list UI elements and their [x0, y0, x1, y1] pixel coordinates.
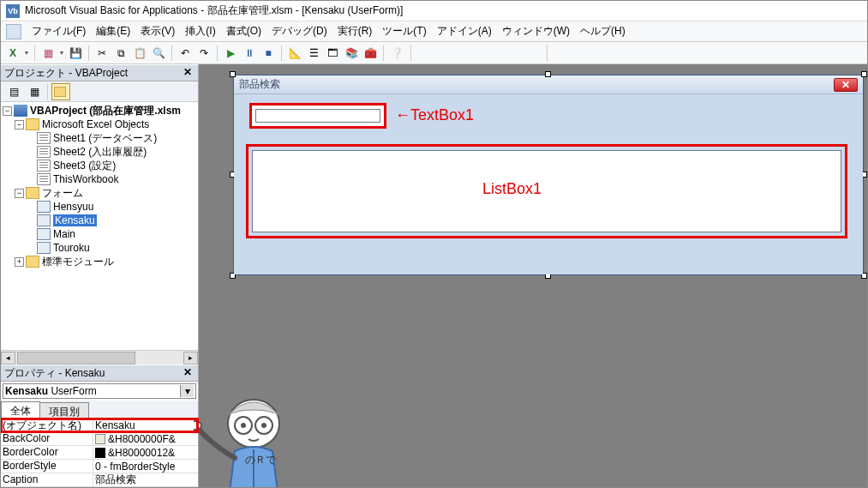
- listbox1[interactable]: [252, 150, 841, 232]
- property-row-bordercolor[interactable]: BorderColor &H80000012&: [1, 446, 198, 460]
- view-object-button[interactable]: ▦: [25, 83, 44, 100]
- properties-grid[interactable]: (オブジェクト名) Kensaku BackColor &H8000000F& …: [1, 418, 198, 487]
- property-row-caption[interactable]: Caption 部品検索: [1, 473, 198, 487]
- expand-toggle-icon[interactable]: −: [15, 120, 24, 130]
- combo-object-type: UserForm: [51, 385, 96, 397]
- resize-handle-icon[interactable]: [861, 71, 867, 77]
- toolbar-spacer: [410, 45, 548, 62]
- redo-button[interactable]: ↷: [195, 45, 213, 62]
- userform-kensaku[interactable]: 部品検索 ✕ ←TextBox1 ListBox1: [233, 75, 864, 275]
- userform-icon: [37, 228, 51, 240]
- paste-button[interactable]: 📋: [131, 45, 148, 62]
- property-borderstyle-value[interactable]: 0 - fmBorderStyle: [93, 460, 198, 473]
- toolbar-separator: [88, 45, 89, 61]
- design-mode-button[interactable]: 📐: [286, 45, 303, 62]
- menu-insert[interactable]: 挿入(I): [180, 22, 220, 40]
- tree-project-root[interactable]: VBAProject (部品在庫管理.xlsm: [30, 104, 181, 118]
- tree-form-kensaku[interactable]: Kensaku: [53, 214, 97, 226]
- break-button[interactable]: ⏸: [241, 45, 258, 62]
- listbox1-highlight: [246, 144, 847, 238]
- tree-excel-objects[interactable]: Microsoft Excel Objects: [42, 118, 149, 130]
- help-button[interactable]: ❔: [388, 45, 405, 62]
- userform-close-icon[interactable]: ✕: [834, 78, 858, 92]
- object-browser-button[interactable]: 📚: [343, 45, 360, 62]
- project-tree[interactable]: −VBAProject (部品在庫管理.xlsm −Microsoft Exce…: [1, 102, 198, 350]
- reset-button[interactable]: ■: [260, 45, 277, 62]
- view-code-button[interactable]: ▤: [4, 83, 23, 100]
- property-backcolor-value[interactable]: &H8000000F&: [108, 433, 176, 445]
- property-name-label: (オブジェクト名): [1, 419, 93, 431]
- properties-tab-all[interactable]: 全体: [1, 401, 40, 419]
- menu-run[interactable]: 実行(R): [332, 22, 378, 40]
- tree-form-main[interactable]: Main: [53, 228, 75, 240]
- property-row-backcolor[interactable]: BackColor &H8000000F&: [1, 432, 198, 446]
- copy-button[interactable]: ⧉: [112, 45, 129, 62]
- menu-window[interactable]: ウィンドウ(W): [497, 22, 575, 40]
- menu-bar: ファイル(F) 編集(E) 表示(V) 挿入(I) 書式(O) デバッグ(D) …: [1, 21, 867, 42]
- menu-format[interactable]: 書式(O): [221, 22, 266, 40]
- menu-edit[interactable]: 編集(E): [91, 22, 135, 40]
- form-designer[interactable]: 部品検索 ✕ ←TextBox1 ListBox1: [233, 75, 864, 275]
- tree-thisworkbook[interactable]: ThisWorkbook: [53, 173, 118, 185]
- run-button[interactable]: ▶: [222, 45, 239, 62]
- scroll-left-icon[interactable]: ◂: [1, 352, 15, 364]
- combo-dropdown-icon[interactable]: ▾: [180, 385, 194, 397]
- insert-button[interactable]: ▦: [39, 45, 57, 62]
- menu-addins[interactable]: アドイン(A): [432, 22, 497, 40]
- menu-view[interactable]: 表示(V): [135, 22, 180, 40]
- property-row-name[interactable]: (オブジェクト名) Kensaku: [1, 419, 198, 432]
- folder-icon: [26, 118, 39, 130]
- menu-debug[interactable]: デバッグ(D): [266, 22, 332, 40]
- find-button[interactable]: 🔍: [150, 45, 167, 62]
- tree-modules-folder[interactable]: 標準モジュール: [42, 255, 114, 269]
- tree-sheet3[interactable]: Sheet3 (設定): [53, 159, 116, 173]
- expand-toggle-icon[interactable]: −: [3, 106, 12, 116]
- properties-window-button[interactable]: 🗔: [324, 45, 341, 62]
- view-excel-dropdown[interactable]: ▾: [23, 49, 30, 57]
- save-button[interactable]: 💾: [67, 45, 84, 62]
- mdi-system-icon[interactable]: [6, 24, 21, 39]
- tree-sheet1[interactable]: Sheet1 (データベース): [53, 131, 157, 146]
- tree-form-hensyuu[interactable]: Hensyuu: [53, 201, 93, 213]
- menu-file[interactable]: ファイル(F): [27, 22, 91, 40]
- color-swatch-icon: [95, 448, 105, 458]
- worksheet-icon: [37, 160, 51, 172]
- userform-client-area[interactable]: ←TextBox1 ListBox1: [234, 94, 863, 274]
- undo-button[interactable]: ↶: [177, 45, 194, 62]
- textbox1[interactable]: [255, 109, 380, 123]
- menu-help[interactable]: ヘルプ(H): [575, 22, 631, 40]
- expand-toggle-icon[interactable]: −: [15, 189, 24, 198]
- app-icon: Vb: [6, 4, 20, 18]
- properties-tab-categorized[interactable]: 項目別: [39, 402, 89, 419]
- property-caption-value[interactable]: 部品検索: [93, 473, 198, 486]
- properties-title: プロパティ - Kensaku: [4, 366, 105, 381]
- tree-form-touroku[interactable]: Touroku: [53, 242, 90, 254]
- textbox1-highlight: [249, 103, 386, 129]
- menu-tools[interactable]: ツール(T): [377, 22, 431, 40]
- toggle-folders-button[interactable]: [51, 83, 70, 100]
- insert-dropdown[interactable]: ▾: [58, 49, 65, 57]
- project-explorer-button[interactable]: ☰: [305, 45, 322, 62]
- property-borderstyle-label: BorderStyle: [1, 460, 93, 473]
- toolbar-separator: [47, 84, 48, 99]
- scroll-right-icon[interactable]: ▸: [183, 352, 198, 364]
- expand-toggle-icon[interactable]: +: [15, 257, 24, 267]
- scroll-thumb[interactable]: [17, 352, 135, 364]
- toolbox-button[interactable]: 🧰: [362, 45, 379, 62]
- properties-object-combo[interactable]: Kensaku UserForm ▾: [3, 383, 196, 399]
- properties-close-icon[interactable]: ✕: [181, 366, 195, 380]
- property-row-borderstyle[interactable]: BorderStyle 0 - fmBorderStyle: [1, 460, 198, 473]
- userform-icon: [37, 242, 51, 254]
- userform-caption: 部品検索: [239, 77, 280, 92]
- tree-sheet2[interactable]: Sheet2 (入出庫履歴): [53, 145, 147, 160]
- view-excel-button[interactable]: X: [4, 45, 21, 62]
- properties-panel: Kensaku UserForm ▾ 全体 項目別 (オブジェクト名) Kens…: [1, 382, 198, 487]
- resize-handle-icon[interactable]: [230, 71, 236, 77]
- property-bordercolor-value[interactable]: &H80000012&: [108, 447, 175, 459]
- resize-handle-icon[interactable]: [545, 71, 551, 77]
- tree-forms-folder[interactable]: フォーム: [42, 186, 83, 201]
- cut-button[interactable]: ✂: [93, 45, 111, 62]
- project-tree-hscrollbar[interactable]: ◂ ▸: [1, 350, 198, 364]
- project-explorer-close-icon[interactable]: ✕: [181, 66, 195, 80]
- property-name-value[interactable]: Kensaku: [93, 419, 198, 431]
